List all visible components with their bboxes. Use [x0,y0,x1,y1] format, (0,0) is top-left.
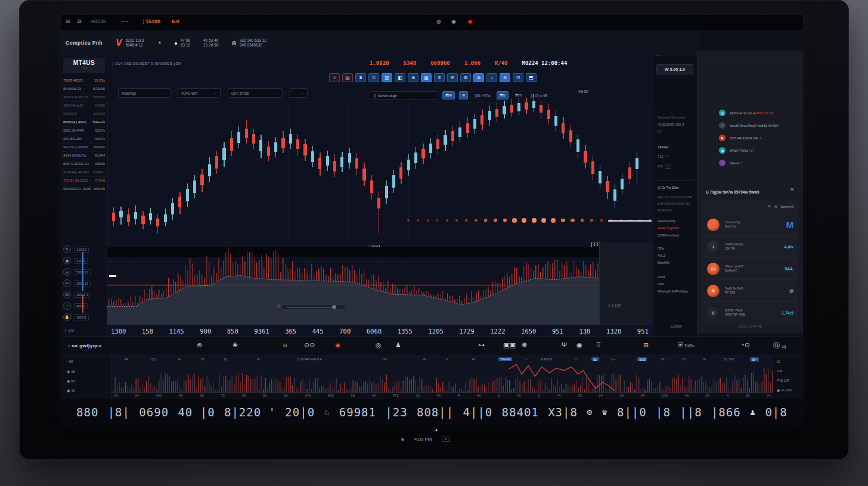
chart-action-button-2[interactable]: (36 f 97a [472,91,492,99]
hamburger-menu-icon[interactable]: ≡ [790,186,794,193]
chart-tool-button-0[interactable]: ⌗ [329,73,340,82]
session-row[interactable]: 7wvwv75yt5w5 7wM [702,214,798,236]
tool-icon-2[interactable]: ◬ [63,268,71,276]
timeframe-dropdown-3[interactable]: ⌄ [290,88,308,98]
bottom-toolbar-icon-16[interactable]: Ⓖcq [773,341,786,350]
bottom-toolbar-icon-3[interactable]: ⊙⊙ [304,341,315,349]
bottom-toolbar-icon-6[interactable]: ♟ [395,341,401,349]
bottom-toolbar-icon-13[interactable]: ⊞ [643,341,649,349]
bottom-toolbar-icon-11[interactable]: ◉ [576,341,582,349]
chart-tool-button-5[interactable]: ◧ [395,73,405,82]
bottom-toolbar-icon-5[interactable]: ◎ [376,341,382,349]
chart-action-button-5[interactable]: (3.0) o 98 [528,91,550,99]
bottom-volume-chart[interactable]: 49(6)W508)M(7 4294d 494 8 A,09W0#159aW9⌸… [111,356,773,393]
strip-chip[interactable]: 59aW9 [498,357,512,361]
chart-tool-button-4[interactable]: ▥ [382,73,392,82]
tool-item-6[interactable]: ✋1007/1 [63,311,106,323]
chart-tool-button-9[interactable]: ⊞ [447,73,458,82]
session-row[interactable]: 6479wvr wv9-85w9w67:5A4. [702,258,798,280]
timeframe-dropdown-1[interactable]: 40Pu wm⌄ [178,88,221,98]
watchlist-row[interactable]: 970097s634033 [62,110,106,119]
chart-tool-button-14[interactable]: ⊡ [513,73,523,82]
watchlist-row[interactable]: 5997s 29400 2410015 [62,160,106,169]
notification-item[interactable]: ♡59wv9 5 [698,157,803,169]
toolbar-broker-logo[interactable]: V6222 10235045 # 12 [116,38,144,48]
settings-dot-icon[interactable]: ◉ [451,18,456,24]
mail-icon[interactable]: ✉ [66,18,70,24]
watchlist-row[interactable]: 2001 5H4/435227s [62,127,106,135]
chart-tool-button-6[interactable]: ⊕ [408,73,418,82]
chart-tool-button-12[interactable]: ♪ [486,73,497,82]
watchlist-row[interactable]: 4034 504017g81434 [62,152,106,160]
symbol-badge[interactable]: W 5.00 1.0 [656,64,693,74]
window-icon[interactable]: ⧉ [78,18,81,25]
chart-tool-button-7[interactable]: ▦ [421,73,432,82]
chart-tool-button-2[interactable]: ♜ [355,73,366,82]
chart-action-button-3[interactable]: ⬒u [497,91,509,99]
bottom-toolbar-icon-10[interactable]: Ψ [562,341,567,348]
chart-tool-button-1[interactable]: ▤ [342,73,353,82]
tool-icon-0[interactable]: ✎ [63,245,71,253]
tool-icon-5[interactable]: ◔ [63,302,71,310]
tool-icon-4[interactable]: ⊡ [63,291,71,298]
mp-s2-row-1[interactable]: 012 ▭ [658,164,671,169]
watchlist-row[interactable]: 40003 W700.35500003 [62,94,106,102]
chart-tool-button-8[interactable]: ↯ [434,73,445,82]
notification-item[interactable]: ◉84W9 TW93 437 [698,144,803,157]
mp-list1-item[interactable]: CPa [658,246,664,251]
candlestick-chart[interactable] [107,102,653,242]
mp-list2-item[interactable]: OIM [658,282,664,286]
status-icon[interactable]: ◍ [436,18,441,24]
scale-marker[interactable] [109,275,116,277]
bottom-toolbar-icon-7[interactable]: ⊶ [478,341,485,349]
slider-knob[interactable] [332,305,336,309]
tray-arrow-icon[interactable]: ▴ [435,427,438,432]
watchlist-row[interactable]: 4000/4Hg/9064030 [62,102,106,110]
strip-chip[interactable]: ▥▥ [637,357,647,361]
watchlist-row[interactable]: 70/03 H233 |19.53s [62,77,106,85]
drag-handle-icon[interactable]: ⫶ [757,46,758,52]
chart-zoom-slider[interactable]: ⚒ [281,304,346,310]
notification-item[interactable]: ◔6wc39 5vwv/8wg9 4w833 /9v439! [698,119,803,132]
bottom-toolbar-icon-4[interactable]: ♣ [336,341,340,348]
chart-search-box[interactable]: ⟩| kownmage [370,91,436,100]
notification-item[interactable]: ♞D5'8 AR E3434 GR..3 [698,132,803,144]
tool-item-2[interactable]: ◬5000 12 [63,266,106,278]
bottom-toolbar-icon-2[interactable]: ʊ [283,341,287,348]
alert-diamond-icon[interactable]: ◆ [468,18,472,24]
bottom-toolbar-icon-12[interactable]: ♖ [596,341,602,349]
strip-chip[interactable]: ▥| [591,357,599,361]
copy-icon[interactable]: ⧉ [768,204,770,208]
mp-s2-row-0[interactable]: F12 ◠ [658,154,669,159]
chart-action-button-0[interactable]: ⬒w [442,91,455,99]
chart-tool-button-3[interactable]: ⚿ [368,73,379,82]
watchlist-row[interactable]: 800014 | 40Zd5dw+7s [62,119,106,127]
bottom-toolbar-icon-15[interactable]: ◔⊙ [740,341,750,349]
tool-icon-3[interactable]: ✂ [63,279,71,287]
tool-item-5[interactable]: ◔400/ 2 [63,300,106,311]
tool-item-3[interactable]: ✂1002 12 [63,278,106,289]
chart-action-button-1[interactable]: ≣ [459,91,468,99]
chart-tool-button-13[interactable]: ≋ [500,73,510,82]
tool-item-4[interactable]: ⊡10011 4 [63,289,106,300]
watchlist-row[interactable]: 204 84L20A0047s [62,135,106,144]
bottom-toolbar-icon-1[interactable]: ❀ [232,341,238,349]
watchlist-row[interactable]: 9004003 D- 9005W0345 [62,185,106,194]
tool-item-1[interactable]: ◉4.01/1 [63,255,106,266]
notification-item[interactable]: ◍EM33 4v W (7a 4 4893 25 23v [698,107,803,119]
block-icon[interactable]: ⊘ [774,204,777,208]
timeframe-dropdown-0[interactable]: Rawnap⌄ [118,88,170,98]
bottom-toolbar-icon-14[interactable]: ⛨D45n [678,341,695,349]
tool-item-0[interactable]: ✎1.0012 [63,244,106,255]
watchlist-row[interactable]: 89400/5.33672005 [62,85,106,94]
watchlist-row[interactable]: 414044g 49.450500021 [62,169,106,177]
bottom-toolbar-icon-0[interactable]: ⊜ [197,341,202,349]
tool-icon-6[interactable]: ✋ [63,313,71,321]
timeframe-dropdown-2[interactable]: Do I smus⌄ [228,88,283,98]
chart-tool-button-15[interactable]: ⬒ [526,73,537,82]
toolbar-app-name[interactable]: Comptica Pnh [66,40,103,46]
mp-list1-item[interactable]: 59wMM. [658,260,670,265]
bottom-toolbar-icon-8[interactable]: ▣▣ [503,341,516,349]
slider-track[interactable] [287,307,334,308]
mp-list2-item[interactable]: M0wvg% M9Pvb9gw [658,289,688,294]
